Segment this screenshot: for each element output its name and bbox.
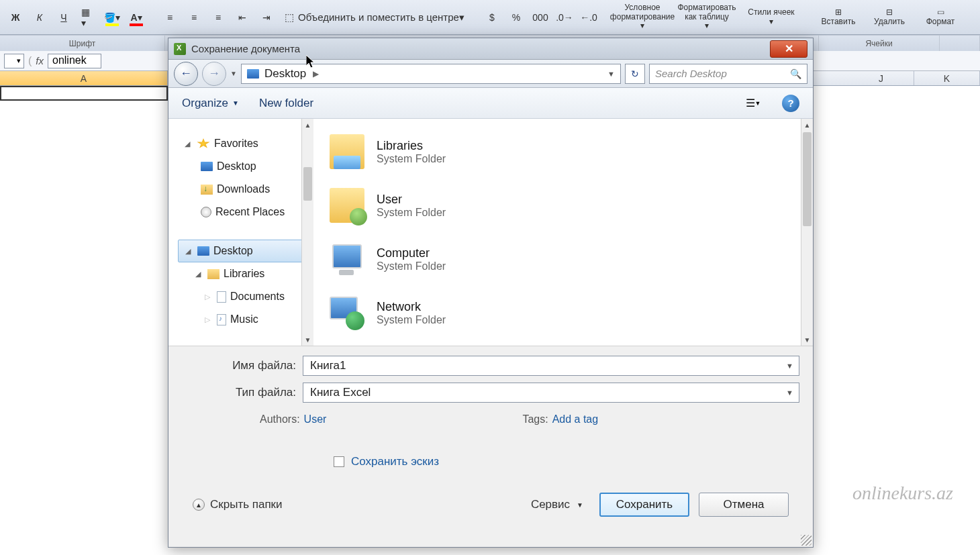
filename-dropdown-icon[interactable]: ▼ xyxy=(786,362,793,370)
save-button[interactable]: Сохранить xyxy=(599,493,689,517)
fill-color-button[interactable]: 🪣 ▾ xyxy=(102,7,122,28)
file-item-computer[interactable]: Computer System Folder xyxy=(330,237,797,281)
tags-value[interactable]: Add a tag xyxy=(552,413,599,425)
help-button[interactable]: ? xyxy=(782,95,799,112)
file-scrollbar[interactable]: ▲ ▼ xyxy=(801,119,813,346)
format-cells-button[interactable]: ▭Формат xyxy=(917,2,964,33)
col-header-a[interactable]: A xyxy=(0,71,168,85)
tree-documents[interactable]: ▷ Documents xyxy=(178,285,313,308)
increase-indent-button[interactable]: ⇥ xyxy=(256,7,277,28)
authors-value[interactable]: User xyxy=(304,413,327,425)
computer-icon xyxy=(330,242,364,276)
name-box[interactable]: ▾ xyxy=(4,54,24,68)
increase-decimal-button[interactable]: .0→ xyxy=(554,7,575,28)
group-font-label: Шрифт xyxy=(0,36,165,51)
resize-grip[interactable] xyxy=(801,535,812,546)
tree-libraries[interactable]: ◢ Libraries xyxy=(178,262,313,285)
refresh-button[interactable]: ↻ xyxy=(625,64,645,84)
bold-button[interactable]: Ж xyxy=(5,7,26,28)
search-icon[interactable]: 🔍 xyxy=(790,68,801,79)
excel-icon xyxy=(174,43,186,55)
tree-favorites[interactable]: ◢ Favorites xyxy=(178,132,313,155)
group-cells-label: Ячейки xyxy=(819,36,940,51)
recent-icon xyxy=(201,207,211,217)
nav-history-dropdown[interactable]: ▼ xyxy=(230,70,237,77)
monitor-icon xyxy=(197,246,209,256)
scroll-thumb[interactable] xyxy=(803,132,812,226)
underline-button[interactable]: Ч xyxy=(54,7,74,28)
authors-label: Authors: xyxy=(260,413,300,425)
nav-forward-button[interactable]: → xyxy=(202,62,226,86)
scroll-down-icon[interactable]: ▼ xyxy=(302,334,313,346)
file-item-libraries[interactable]: Libraries System Folder xyxy=(330,130,797,174)
active-cell[interactable] xyxy=(0,86,168,101)
col-header-j[interactable]: J xyxy=(848,71,914,85)
watermark: onlinekurs.az xyxy=(852,483,953,504)
scroll-down-icon[interactable]: ▼ xyxy=(801,334,813,346)
tree-desktop[interactable]: Desktop xyxy=(178,155,313,178)
percent-button[interactable]: % xyxy=(506,7,526,28)
breadcrumb-arrow-icon[interactable]: ▶ xyxy=(313,69,319,79)
tree-recent-places[interactable]: Recent Places xyxy=(178,201,313,223)
file-item-user[interactable]: User System Folder xyxy=(330,183,797,228)
desktop-icon xyxy=(247,69,259,79)
filename-input[interactable]: Книга1 ▼ xyxy=(303,356,799,376)
libraries-folder-icon xyxy=(330,134,364,169)
search-box[interactable]: Search Desktop 🔍 xyxy=(649,64,807,84)
new-folder-button[interactable]: New folder xyxy=(259,97,313,110)
organize-button[interactable]: Organize ▼ xyxy=(182,97,239,110)
nav-back-button[interactable]: ← xyxy=(174,62,198,86)
dialog-toolbar: Organize ▼ New folder ☰ ▼ ? xyxy=(168,88,813,119)
music-icon xyxy=(217,314,226,325)
thousands-button[interactable]: 000 xyxy=(530,7,550,28)
scroll-thumb[interactable] xyxy=(303,167,312,201)
tree-music[interactable]: ▷ Music xyxy=(178,308,313,331)
tree-desktop-root[interactable]: ◢ Desktop xyxy=(178,240,313,262)
filename-label: Имя файла: xyxy=(182,359,303,372)
address-bar[interactable]: Desktop ▶ ▼ xyxy=(241,64,621,84)
autosum-button[interactable]: Σ ▾ xyxy=(977,7,980,28)
tree-downloads[interactable]: Downloads xyxy=(178,178,313,201)
cancel-button[interactable]: Отмена xyxy=(699,493,789,517)
italic-button[interactable]: К xyxy=(30,7,50,28)
currency-button[interactable]: $ xyxy=(482,7,502,28)
col-header-k[interactable]: K xyxy=(914,71,980,85)
nav-tree: ◢ Favorites Desktop Downloads Recent Pla… xyxy=(168,119,313,346)
hide-folders-button[interactable]: ▲ Скрыть папки xyxy=(193,498,283,511)
cell-styles-button[interactable]: Стили ячеек▾ xyxy=(741,2,801,33)
tree-scrollbar[interactable]: ▲ ▼ xyxy=(301,119,313,346)
align-center-button[interactable]: ≡ xyxy=(184,7,204,28)
format-table-button[interactable]: Форматировать как таблицу▾ xyxy=(677,2,737,33)
align-right-button[interactable]: ≡ xyxy=(208,7,228,28)
address-location: Desktop xyxy=(264,67,306,81)
address-dropdown-icon[interactable]: ▼ xyxy=(607,70,615,78)
save-thumbnail-label[interactable]: Сохранить эскиз xyxy=(351,455,439,468)
scroll-up-icon[interactable]: ▲ xyxy=(801,119,813,131)
merge-center-button[interactable]: ⬚Объединить и поместить в центре ▾ xyxy=(281,7,469,28)
conditional-format-button[interactable]: Условное форматирование▾ xyxy=(612,2,673,33)
formula-input[interactable]: onlinek xyxy=(48,54,101,68)
filetype-select[interactable]: Книга Excel ▼ xyxy=(303,383,799,403)
filetype-dropdown-icon[interactable]: ▼ xyxy=(786,389,793,397)
ribbon: Ж К Ч ▦ ▾ 🪣 ▾ A ▾ ≡ ≡ ≡ ⇤ ⇥ ⬚Объединить … xyxy=(0,0,980,35)
delete-cells-button[interactable]: ⊟Удалить xyxy=(866,2,913,33)
document-icon xyxy=(217,291,226,303)
align-left-button[interactable]: ≡ xyxy=(160,7,180,28)
decrease-decimal-button[interactable]: ←.0 xyxy=(579,7,599,28)
close-button[interactable]: ✕ xyxy=(770,40,807,58)
dialog-title-text: Сохранение документа xyxy=(191,43,300,54)
insert-cells-button[interactable]: ⊞Вставить xyxy=(815,2,862,33)
font-color-button[interactable]: A ▾ xyxy=(126,7,146,28)
scroll-up-icon[interactable]: ▲ xyxy=(302,119,313,131)
fx-label[interactable]: fx xyxy=(36,55,44,66)
save-thumbnail-checkbox[interactable] xyxy=(334,456,344,467)
library-icon xyxy=(207,269,219,279)
file-list[interactable]: Libraries System Folder User System Fold… xyxy=(313,119,813,346)
network-icon xyxy=(330,295,364,330)
file-item-network[interactable]: Network System Folder xyxy=(330,291,797,335)
view-mode-button[interactable]: ☰ ▼ xyxy=(744,95,762,112)
border-button[interactable]: ▦ ▾ xyxy=(78,7,98,28)
tools-button[interactable]: Сервис ▼ xyxy=(524,495,590,514)
dialog-titlebar[interactable]: Сохранение документа ✕ xyxy=(168,38,813,60)
decrease-indent-button[interactable]: ⇤ xyxy=(232,7,252,28)
